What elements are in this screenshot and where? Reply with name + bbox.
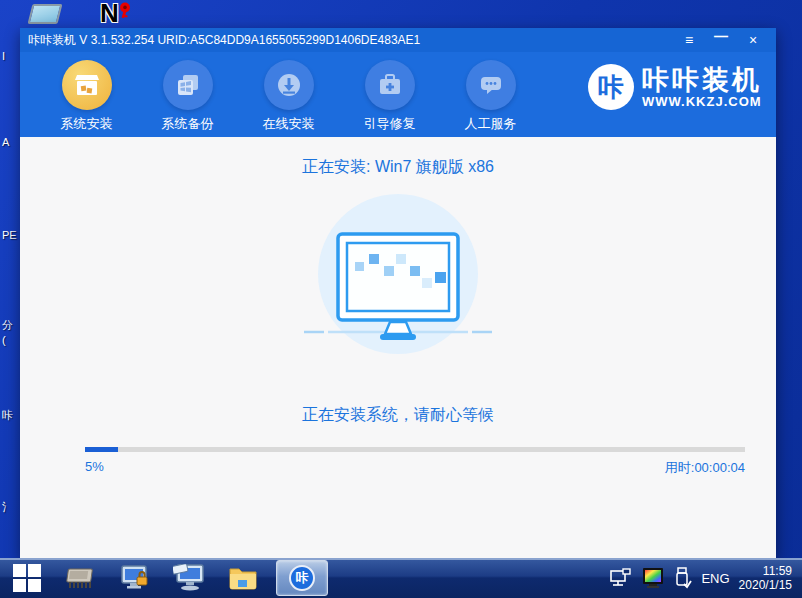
nav-system-backup[interactable]: 系统备份: [137, 60, 238, 133]
clock-time: 11:59: [739, 564, 792, 578]
edge-label-fragment: I: [2, 50, 5, 62]
taskbar: 咔: [0, 558, 802, 598]
edge-label-fragment: 分: [2, 318, 13, 333]
main-toolbar: 系统安装 系统备份: [20, 52, 776, 137]
minimize-icon[interactable]: —: [710, 31, 732, 49]
taskbar-folder-app[interactable]: [226, 561, 260, 595]
taskbar-pc-lock-app[interactable]: [118, 561, 152, 595]
nav-system-install[interactable]: 系统安装: [36, 60, 137, 133]
backup-windows-icon: [163, 60, 213, 110]
repair-kit-icon: [365, 60, 415, 110]
logo-title: 咔咔装机: [642, 66, 762, 94]
nav-online-install[interactable]: 在线安装: [238, 60, 339, 133]
download-icon: [264, 60, 314, 110]
kaka-badge-icon: 咔: [588, 64, 634, 110]
red-key-icon: [116, 2, 134, 20]
edge-label-fragment: 咔: [2, 408, 13, 423]
clock[interactable]: 11:59 2020/1/15: [739, 564, 792, 592]
nav-label: 系统备份: [162, 115, 214, 133]
folder-icon: [228, 565, 258, 591]
edge-label-fragment: (: [2, 334, 6, 346]
window-title: 咔咔装机 V 3.1.532.254 URID:A5C84DD9A1655055…: [28, 32, 420, 49]
taskbar-kaka-active-app[interactable]: 咔: [276, 560, 328, 596]
start-button[interactable]: [0, 558, 54, 598]
nav-label: 系统安装: [61, 115, 113, 133]
nav-label: 人工服务: [465, 115, 517, 133]
desktop: N I A PE 分 ( 咔 氵 咔咔装机 V 3.1.532.254 URID…: [0, 0, 802, 598]
computer-keyboard-icon: [173, 564, 205, 592]
nav-label: 在线安装: [263, 115, 315, 133]
taskbar-pc-keyboard-app[interactable]: [172, 561, 206, 595]
n-key-shortcut-icon[interactable]: N: [100, 2, 140, 28]
status-text: 正在安装系统，请耐心等候: [20, 405, 776, 426]
install-title: 正在安装: Win7 旗舰版 x86: [20, 157, 776, 178]
nav-boot-repair[interactable]: 引导修复: [339, 60, 440, 133]
kaka-logo: 咔 咔咔装机 WWW.KKZJ.COM: [588, 64, 762, 110]
language-indicator[interactable]: ENG: [701, 571, 729, 586]
memory-chip-icon: [66, 565, 96, 591]
monitor-illustration-icon: [298, 192, 498, 362]
logo-url: WWW.KKZJ.COM: [642, 94, 762, 109]
display-shortcut-icon[interactable]: [24, 2, 64, 28]
edge-label-fragment: PE: [2, 229, 17, 241]
windows-logo-icon: [13, 564, 41, 592]
display-color-icon[interactable]: [641, 567, 665, 589]
edge-label-fragment: A: [2, 136, 9, 148]
elapsed-time: 用时:00:00:04: [665, 459, 745, 477]
kaka-badge-icon: 咔: [289, 565, 315, 591]
close-icon[interactable]: ×: [742, 31, 764, 49]
nav-label: 引导修复: [364, 115, 416, 133]
usb-safely-remove-icon[interactable]: [674, 567, 692, 589]
network-icon[interactable]: [610, 568, 632, 588]
progress-bar: [85, 447, 745, 452]
nav-manual-service[interactable]: 人工服务: [440, 60, 541, 133]
clock-date: 2020/1/15: [739, 578, 792, 592]
system-tray: ENG 11:59 2020/1/15: [610, 564, 802, 592]
progress-fill: [85, 447, 118, 452]
kaka-installer-window: 咔咔装机 V 3.1.532.254 URID:A5C84DD9A1655055…: [20, 28, 776, 558]
chat-bubble-icon: [466, 60, 516, 110]
install-progress-panel: 正在安装: Win7 旗舰版 x86 正在安装系统，请耐心等候: [20, 137, 776, 558]
menu-icon[interactable]: ≡: [678, 31, 700, 49]
screen-icon: [28, 4, 63, 24]
taskbar-chip-app[interactable]: [64, 561, 98, 595]
progress-percent: 5%: [85, 459, 104, 474]
computer-lock-icon: [120, 564, 150, 592]
edge-label-fragment: 氵: [2, 500, 13, 515]
window-titlebar[interactable]: 咔咔装机 V 3.1.532.254 URID:A5C84DD9A1655055…: [20, 28, 776, 52]
install-box-icon: [62, 60, 112, 110]
